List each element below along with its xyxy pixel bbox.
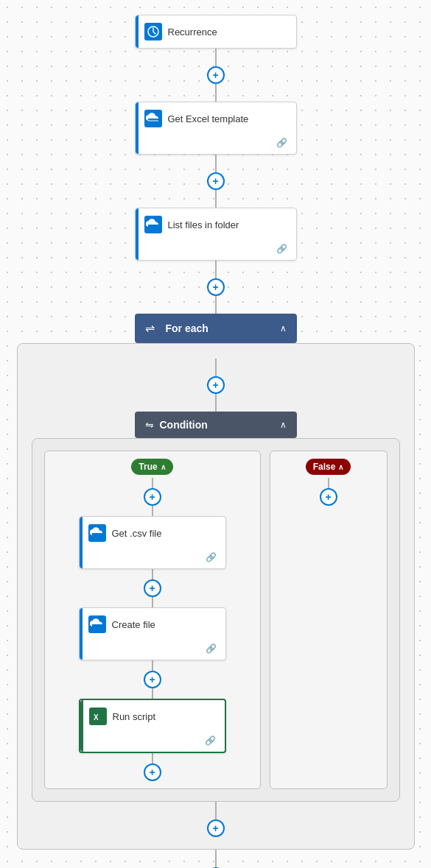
line-csv-b	[152, 569, 153, 579]
line-cf-b2	[152, 688, 153, 699]
line-fe-bottom	[215, 802, 217, 819]
list-files-footer: 🔗	[136, 241, 296, 260]
add-btn-fe[interactable]: +	[207, 376, 225, 394]
svg-text:X: X	[94, 713, 99, 721]
recurrence-title: Recurrence	[168, 27, 287, 38]
for-each-icon: ⇌	[145, 321, 160, 336]
line-rs-b	[152, 753, 153, 763]
line-false-top	[328, 478, 329, 488]
get-excel-card[interactable]: Get Excel template 🔗	[135, 102, 297, 155]
for-each-section: ⇌ For each ∧ + ⇋ Condition ∧ True	[17, 314, 415, 850]
for-each-card[interactable]: ⇌ For each ∧	[135, 314, 297, 343]
get-csv-icon	[88, 524, 106, 542]
for-each-container: + ⇋ Condition ∧ True ∧ +	[17, 343, 415, 850]
get-excel-header: Get Excel template	[136, 102, 296, 135]
list-files-header: List files in folder	[136, 208, 296, 241]
line-3	[215, 261, 217, 278]
run-script-header: X Run script	[80, 700, 225, 733]
add-btn-3[interactable]: +	[207, 278, 225, 296]
false-chevron-icon: ∧	[338, 463, 343, 471]
recurrence-card[interactable]: Recurrence	[135, 15, 297, 49]
create-file-header: Create file	[80, 608, 225, 641]
list-files-section: List files in folder 🔗	[135, 208, 297, 261]
connector-2: +	[207, 155, 225, 208]
recurrence-header: Recurrence	[136, 15, 296, 48]
line-csv-b2	[152, 597, 153, 607]
get-csv-card[interactable]: Get .csv file 🔗	[79, 516, 226, 569]
for-each-label: For each	[166, 322, 274, 334]
line-2b	[215, 190, 217, 208]
get-csv-title: Get .csv file	[112, 528, 217, 539]
create-file-card[interactable]: Create file 🔗	[79, 607, 226, 660]
condition-label: Condition	[160, 419, 274, 431]
add-btn-cf[interactable]: +	[144, 671, 161, 688]
recurrence-icon	[144, 23, 162, 40]
get-csv-header: Get .csv file	[80, 517, 225, 549]
run-script-footer: 🔗	[80, 733, 225, 752]
get-excel-left-bar	[136, 102, 139, 154]
get-csv-footer: 🔗	[80, 549, 225, 568]
get-excel-link-icon: 🔗	[276, 138, 287, 148]
connector-3: +	[207, 261, 225, 314]
add-btn-false[interactable]: +	[320, 488, 337, 506]
recurrence-section: Recurrence	[135, 15, 297, 49]
condition-card[interactable]: ⇋ Condition ∧	[135, 412, 297, 438]
run-script-card[interactable]: X Run script 🔗	[79, 699, 226, 753]
run-script-icon: X	[89, 708, 107, 725]
condition-container: True ∧ +	[32, 438, 400, 802]
create-file-icon	[88, 615, 106, 633]
line-cf-b	[152, 660, 153, 671]
get-excel-section: Get Excel template 🔗	[135, 102, 297, 155]
for-each-chevron[interactable]: ∧	[280, 323, 287, 334]
true-branch: True ∧ +	[44, 451, 261, 789]
add-btn-csv[interactable]: +	[144, 579, 161, 597]
create-file-link-icon: 🔗	[206, 643, 217, 654]
get-excel-title: Get Excel template	[168, 113, 287, 124]
false-label[interactable]: False ∧	[306, 459, 351, 475]
run-script-left-bar	[80, 700, 83, 752]
false-label-text: False	[313, 462, 336, 472]
true-label[interactable]: True ∧	[131, 459, 172, 475]
add-btn-1[interactable]: +	[207, 66, 225, 84]
recurrence-left-bar	[136, 15, 139, 48]
add-btn-true[interactable]: +	[144, 488, 161, 506]
true-label-text: True	[139, 462, 157, 472]
create-file-left-bar	[80, 608, 83, 660]
add-btn-2[interactable]: +	[207, 172, 225, 190]
get-excel-icon	[144, 110, 162, 127]
line-2	[215, 155, 217, 172]
line-3b	[215, 296, 217, 314]
list-files-link-icon: 🔗	[276, 244, 287, 254]
line-fe-top	[215, 359, 217, 376]
line-1b	[215, 84, 217, 102]
flow-canvas: Recurrence + Get Excel template 🔗	[0, 0, 431, 868]
line-true-top	[152, 478, 153, 488]
connector-bottom: +	[207, 850, 225, 868]
get-excel-footer: 🔗	[136, 135, 296, 154]
run-script-link-icon: 🔗	[205, 735, 216, 746]
condition-chevron[interactable]: ∧	[280, 420, 287, 430]
add-btn-fe-bottom[interactable]: +	[207, 819, 225, 837]
add-btn-rs[interactable]: +	[144, 763, 161, 781]
list-files-left-bar	[136, 208, 139, 260]
line-fe-b	[215, 394, 217, 412]
line-bottom	[215, 850, 217, 867]
get-csv-left-bar	[80, 517, 83, 568]
create-file-title: Create file	[112, 619, 217, 630]
true-chevron-icon: ∧	[161, 463, 166, 471]
list-files-card[interactable]: List files in folder 🔗	[135, 208, 297, 261]
list-files-title: List files in folder	[168, 219, 287, 230]
condition-icon: ⇋	[145, 419, 154, 431]
line-1	[215, 49, 217, 66]
connector-1: +	[207, 49, 225, 102]
create-file-footer: 🔗	[80, 641, 225, 660]
get-csv-link-icon: 🔗	[206, 552, 217, 562]
line-true-b	[152, 506, 153, 516]
false-branch: False ∧ +	[270, 451, 388, 789]
list-files-icon	[144, 216, 162, 233]
run-script-title: Run script	[113, 711, 216, 722]
